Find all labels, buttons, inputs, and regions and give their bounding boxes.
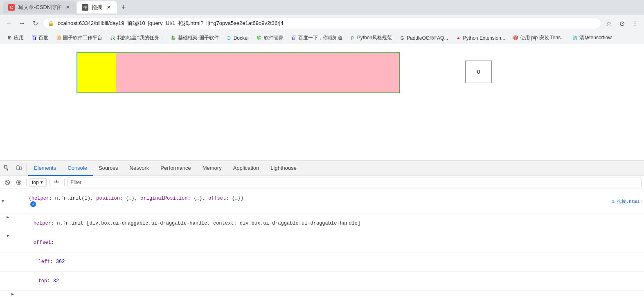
devtools-panel: Elements Console Sources Network Perform… [0,161,644,297]
bookmark-guozi[interactable]: 国 国子软件工作平台 [52,34,106,42]
bookmark-docker-label: Docker [234,35,249,41]
toolbar-sep-2 [49,179,50,186]
devtools-tab-console[interactable]: Console [62,161,93,176]
tsinghua-icon: 清 [572,35,578,41]
console-line-main: ▼ {helper: n.fn.init(1), position: {…}, … [0,189,644,214]
devtools-tab-network[interactable]: Network [124,161,155,176]
profile-button[interactable]: ⊙ [616,18,628,29]
console-line-helper: ▶ helper: n.fn.init [div.box.ui-draggabl… [0,214,644,233]
guozi-icon: 国 [56,35,61,41]
tab-drag-close[interactable]: ✕ [106,4,112,11]
bookmark-ruanjian[interactable]: 软 软件管家 [253,34,287,42]
bookmarks-bar: ⊞ 应用 百 百度 国 国子软件工作平台 我 我的地盘::我的任务... 基 基… [0,32,644,44]
bookmark-pyext[interactable]: ● Python Extension... [452,34,508,42]
bookmark-python-label: Python风格规范 [357,34,392,41]
context-selector[interactable]: top ▼ [29,178,47,187]
bookmark-tsinghua-label: 清华tensorflow [579,34,612,41]
tab-drag[interactable]: 拖 拖拽 ✕ [77,1,117,14]
expand-helper[interactable]: ▶ [7,215,9,220]
refresh-button[interactable]: ↻ [29,18,41,29]
csdn-favicon: C [8,4,15,11]
devtools-inspect-icon[interactable] [2,163,13,174]
baidusearch-icon: 百 [291,35,297,41]
expand-main[interactable]: ▼ [2,199,4,204]
bookmark-pyext-label: Python Extension... [463,35,505,41]
nav-bar: ← → ↻ 🔒 localhost:63342/bilibili/day19_前… [0,15,644,32]
devtools-device-icon[interactable] [13,163,25,174]
console-offset-top-content: top: 32 [15,272,642,290]
console-line-offset-left: ▶ left: 362 [0,252,644,272]
svg-rect-8 [18,181,20,183]
info-icon: i [30,201,36,207]
console-output: ▼ {helper: n.fn.init(1), position: {…}, … [0,189,644,297]
paddle-icon: G [399,35,405,41]
tab-csdn[interactable]: C 写文章-CSDN博客 ✕ [3,1,76,14]
devtools-tab-memory[interactable]: Memory [197,161,227,176]
counter-box: 0 [465,61,492,83]
menu-button[interactable]: ⋮ [629,18,641,29]
address-bar[interactable]: 🔒 localhost:63342/bilibili/day19_前端/10_j… [43,18,601,29]
address-text: localhost:63342/bilibili/day19_前端/10_jqu… [56,20,596,27]
bookmark-myplace-label: 我的地盘::我的任务... [117,34,163,41]
bookmark-baidu-label: 百度 [38,34,48,41]
bookmark-jichu-label: 基础框架-国子软件 [178,34,219,41]
bookmark-python[interactable]: P Python风格规范 [347,34,395,42]
svg-rect-0 [5,166,7,168]
console-line-offset-top: ▶ top: 32 [0,272,644,291]
bookmark-ruanjian-label: 软件管家 [264,34,284,41]
bookmark-jichu[interactable]: 基 基础框架-国子软件 [167,34,222,42]
page-content: 0 [0,52,644,161]
bookmark-baidusearch[interactable]: 百 百度一下，你就知道 [288,34,346,42]
browser-chrome: C 写文章-CSDN博客 ✕ 拖 拖拽 ✕ + ← → ↻ 🔒 localhos… [0,0,644,44]
new-tab-button[interactable]: + [118,2,129,13]
yellow-draggable-box[interactable] [77,53,116,92]
docker-icon: D [226,35,232,41]
expand-offset-proto[interactable]: ▶ [11,292,14,297]
devtools-tab-lighthouse[interactable]: Lighthouse [265,161,302,176]
console-offset-left-content: left: 362 [15,253,642,270]
drag-favicon: 拖 [82,4,88,11]
tab-csdn-close[interactable]: ✕ [65,4,71,11]
console-line-offset: ▼ offset: [0,233,644,252]
bookmark-baidu[interactable]: 百 百度 [28,34,52,42]
tab-drag-title: 拖拽 [92,4,102,11]
toolbar-sep-3 [64,179,65,186]
console-main-source[interactable]: 1_拖拽.html: [612,198,642,205]
bookmark-apps[interactable]: ⊞ 应用 [3,34,27,42]
bookmark-tsinghua[interactable]: 清 清华tensorflow [569,34,615,42]
eye-icon[interactable]: 👁 [52,178,62,187]
tab-bar: C 写文章-CSDN博客 ✕ 拖 拖拽 ✕ + [0,0,644,15]
devtools-tab-sources[interactable]: Sources [93,161,124,176]
console-line-offset-proto: ▶ [[Prototype]]: Object [0,291,644,297]
devtools-tab-elements[interactable]: Elements [28,161,62,176]
svg-rect-3 [20,167,21,170]
baidu-icon: 百 [31,35,37,41]
jichu-icon: 基 [171,35,176,41]
python-icon: P [350,35,356,41]
bookmark-apps-label: 应用 [14,34,24,41]
devtools-tab-performance[interactable]: Performance [155,161,196,176]
outer-box [77,52,400,93]
forward-button[interactable]: → [16,18,28,29]
context-selector-label: top [32,180,39,185]
devtools-tab-application[interactable]: Application [227,161,265,176]
toolbar-sep-1 [26,179,27,186]
console-offset-content: offset: [10,234,642,251]
bookmark-pip-label: 使用 pip 安装 Tens... [520,34,565,41]
extensions-button[interactable]: ☆ [603,18,615,29]
bookmark-paddle[interactable]: G PaddleOCR/FAQ... [396,34,451,42]
console-main-content: {helper: n.fn.init(1), position: {…}, or… [5,190,608,213]
demo-area: 0 [77,52,567,93]
myplace-icon: 我 [110,35,115,41]
back-button[interactable]: ← [3,18,15,29]
bookmark-docker[interactable]: D Docker [223,34,252,42]
expand-offset[interactable]: ▼ [7,234,9,239]
bookmark-pip[interactable]: 🎯 使用 pip 安装 Tens... [509,34,568,42]
filter-input[interactable] [67,178,642,187]
bookmark-baidusearch-label: 百度一下，你就知道 [298,34,342,41]
pip-icon: 🎯 [513,35,518,41]
stop-icon[interactable] [14,178,24,187]
bookmark-myplace[interactable]: 我 我的地盘::我的任务... [106,34,167,42]
clear-console-button[interactable] [2,178,12,187]
bookmark-guozi-label: 国子软件工作平台 [63,34,102,41]
